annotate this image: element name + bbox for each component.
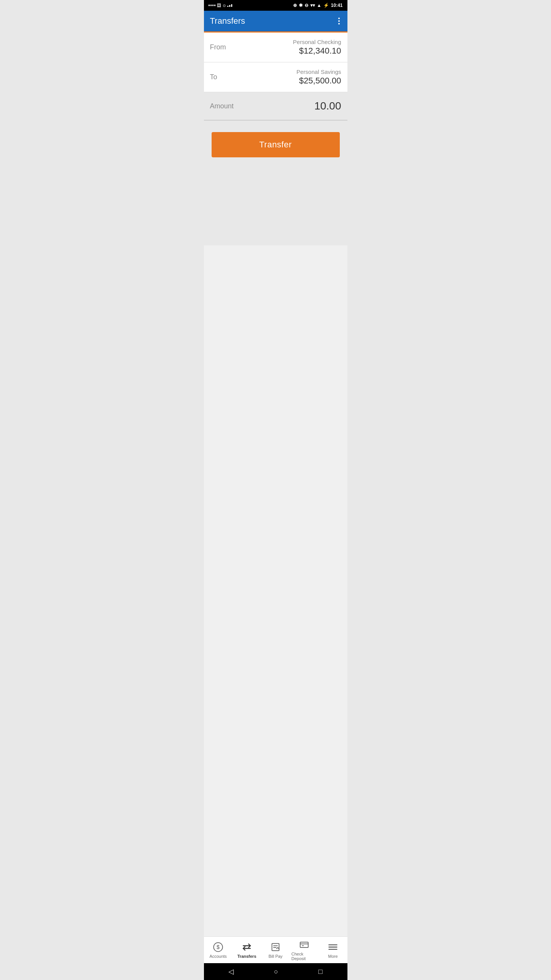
from-account-value: Personal Checking $12,340.10: [293, 39, 341, 56]
battery-icon: ⚡: [323, 3, 329, 8]
amount-label: Amount: [210, 102, 234, 110]
transfer-button-container: Transfer: [204, 121, 347, 169]
nav-accounts[interactable]: $ Accounts: [204, 937, 233, 963]
to-account-balance: $25,500.00: [297, 76, 341, 86]
main-content: From Personal Checking $12,340.10 To Per…: [204, 33, 347, 936]
app-header: Transfers: [204, 11, 347, 33]
more-vert-icon: [338, 18, 340, 24]
time-display: 10:41: [331, 3, 343, 8]
amount-input-row[interactable]: Amount 10.00: [204, 92, 347, 121]
bluetooth-icon: ✱: [299, 3, 303, 8]
empty-space: [204, 169, 347, 245]
accounts-nav-label: Accounts: [209, 954, 227, 959]
signal2-icon: [227, 4, 232, 7]
from-label: From: [210, 43, 226, 51]
circle-icon: ⊙: [223, 3, 226, 8]
page-title: Transfers: [210, 16, 245, 26]
nav-more[interactable]: More: [319, 937, 347, 963]
nav-billpay[interactable]: Bill Pay: [261, 937, 290, 963]
bill-pay-icon: [270, 942, 281, 952]
status-right-icons: ⊕ ✱ ⊖ ▾▾ ▲ ⚡ 10:41: [293, 3, 343, 8]
status-bar: 🖼 ⊙ ⊕ ✱ ⊖ ▾▾ ▲ ⚡ 10:41: [204, 0, 347, 11]
wifi-icon: ▾▾: [310, 3, 315, 8]
svg-rect-7: [300, 942, 308, 947]
recent-apps-button[interactable]: □: [318, 968, 323, 976]
to-account-value: Personal Savings $25,500.00: [297, 69, 341, 86]
dollar-circle-icon: $: [213, 942, 223, 952]
signal-icon: [209, 5, 215, 6]
back-button[interactable]: ◁: [228, 967, 234, 976]
nav-check-deposit[interactable]: Check Deposit: [290, 937, 319, 963]
bottom-navigation: $ Accounts Transfers Bill Pay: [204, 936, 347, 963]
status-left-icons: 🖼 ⊙: [209, 3, 232, 8]
svg-rect-4: [272, 943, 279, 951]
menu-icon: [328, 942, 338, 952]
billpay-nav-label: Bill Pay: [269, 954, 283, 959]
from-account-balance: $12,340.10: [293, 46, 341, 56]
minus-circle-icon: ⊖: [305, 3, 308, 8]
more-options-button[interactable]: [337, 16, 341, 26]
nav-transfers[interactable]: Transfers: [233, 937, 261, 963]
to-account-selector[interactable]: To Personal Savings $25,500.00: [204, 62, 347, 92]
android-nav-bar: ◁ ○ □: [204, 963, 347, 980]
from-account-name: Personal Checking: [293, 39, 341, 45]
transfer-icon: [241, 942, 252, 952]
check-deposit-icon: [299, 939, 310, 950]
to-account-name: Personal Savings: [297, 69, 341, 75]
transfers-nav-label: Transfers: [237, 954, 256, 959]
signal-strength-icon: ▲: [317, 3, 321, 8]
svg-text:$: $: [217, 944, 220, 950]
home-button[interactable]: ○: [274, 968, 278, 976]
transfer-button[interactable]: Transfer: [212, 132, 340, 157]
amount-value: 10.00: [314, 100, 341, 112]
to-label: To: [210, 73, 217, 81]
check-deposit-nav-label: Check Deposit: [292, 952, 317, 961]
from-account-selector[interactable]: From Personal Checking $12,340.10: [204, 33, 347, 62]
more-nav-label: More: [328, 954, 337, 959]
image-icon: 🖼: [217, 3, 221, 8]
add-circle-icon: ⊕: [293, 3, 297, 8]
